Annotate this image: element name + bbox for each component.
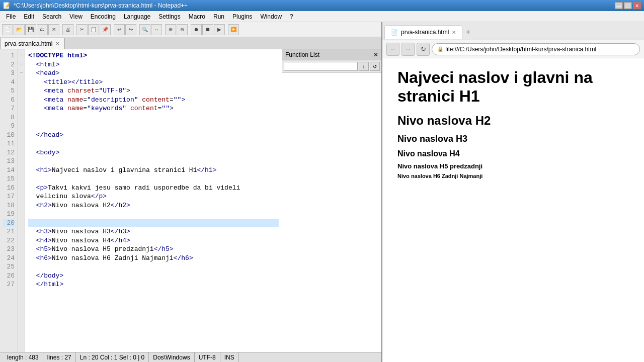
editor-tab-bar: prva-stranica.html ✕ [0, 37, 381, 49]
replace-btn[interactable]: ↔ [151, 24, 162, 35]
window-controls: — □ ✕ [615, 2, 641, 9]
undo-btn[interactable]: ↩ [114, 24, 125, 35]
open-btn[interactable]: 📂 [14, 24, 25, 35]
menu-bar: File Edit Search View Encoding Language … [0, 11, 644, 22]
secure-icon: 🔒 [437, 46, 443, 52]
menu-encoding[interactable]: Encoding [87, 12, 120, 21]
function-list-body [282, 73, 381, 352]
menu-view[interactable]: View [65, 12, 87, 21]
status-length: length : 483 [3, 352, 43, 362]
paste-btn[interactable]: 📌 [100, 24, 111, 35]
main-area: 📄 📂 💾 🗂 ✕ 🖨 ✂ 📋 📌 ↩ ↪ 🔍 ↔ ⊕ ⊖ ⏺ ⏹ ▶ [0, 22, 644, 362]
find-btn[interactable]: 🔍 [139, 24, 150, 35]
back-button[interactable]: ← [386, 43, 399, 56]
zoom-in-btn[interactable]: ⊕ [165, 24, 176, 35]
menu-run[interactable]: Run [209, 12, 228, 21]
line-numbers: 1234567891011121314151617181920212223242… [0, 49, 18, 352]
browser-tab-title: prva-stranica.html [401, 29, 449, 36]
function-refresh-btn[interactable]: ↺ [370, 62, 380, 71]
menu-search[interactable]: Search [38, 12, 65, 21]
status-encoding-type: Dos\Windows [149, 352, 194, 362]
minimize-button[interactable]: — [615, 2, 623, 9]
print-btn[interactable]: 🖨 [62, 24, 73, 35]
function-list-title: Function List [285, 51, 319, 58]
status-bar: length : 483 lines : 27 Ln : 20 Col : 1 … [0, 352, 381, 362]
status-mode: INS [220, 352, 239, 362]
function-list-toolbar: ↕ ↺ [282, 60, 381, 73]
window-title: *C:\Users\john\Desktop\html-kurs\prva-st… [14, 2, 188, 9]
macro-record-btn[interactable]: ⏺ [191, 24, 202, 35]
browser-nav: ← → ↻ 🔒 file:///C:/Users/john/Desktop/ht… [382, 40, 644, 58]
toolbar: 📄 📂 💾 🗂 ✕ 🖨 ✂ 📋 📌 ↩ ↪ 🔍 ↔ ⊕ ⊖ ⏺ ⏹ ▶ [0, 22, 381, 37]
browser-pane: 📄 prva-stranica.html ✕ + ← → ↻ 🔒 file://… [382, 22, 644, 362]
browser-tab-active[interactable]: 📄 prva-stranica.html ✕ [384, 25, 462, 39]
copy-btn[interactable]: 📋 [88, 24, 99, 35]
forward-button[interactable]: → [401, 43, 415, 56]
app-icon: 📝 [3, 2, 11, 9]
tab-label: prva-stranica.html [5, 40, 52, 47]
cut-btn[interactable]: ✂ [76, 24, 88, 35]
zoom-out-btn[interactable]: ⊖ [177, 24, 188, 35]
redo-btn[interactable]: ↪ [125, 24, 136, 35]
browser-content: Najveci naslov i glavni na stranici H1 N… [382, 58, 644, 362]
browser-h2: Nivo naslova H2 [397, 114, 629, 128]
close-window-button[interactable]: ✕ [633, 2, 641, 9]
menu-window[interactable]: Window [256, 12, 286, 21]
refresh-button[interactable]: ↻ [417, 43, 430, 56]
browser-tab-icon: 📄 [391, 29, 398, 36]
browser-h3: Nivo naslova H3 [397, 134, 629, 144]
browser-h1: Najveci naslov i glavni na stranici H1 [397, 68, 629, 106]
status-position: Ln : 20 Col : 1 Sel : 0 | 0 [76, 352, 149, 362]
browser-h6: Nivo naslova H6 Zadnji Najmanji [397, 173, 629, 179]
run-btn[interactable]: ▶️ [228, 24, 239, 35]
save-btn[interactable]: 💾 [25, 24, 36, 35]
save-all-btn[interactable]: 🗂 [37, 24, 48, 35]
address-text: file:///C:/Users/john/Desktop/html-kurs/… [445, 46, 596, 53]
menu-help[interactable]: ? [286, 12, 297, 21]
menu-macro[interactable]: Macro [185, 12, 209, 21]
tab-close-btn[interactable]: ✕ [55, 41, 59, 46]
function-list-close[interactable]: ✕ [373, 51, 378, 58]
macro-stop-btn[interactable]: ⏹ [202, 24, 213, 35]
function-sort-btn[interactable]: ↕ [359, 62, 369, 71]
menu-language[interactable]: Language [120, 12, 154, 21]
function-list-header: Function List ✕ [282, 49, 381, 60]
fold-column: −−− [18, 49, 25, 352]
function-search-input[interactable] [284, 62, 358, 71]
new-tab-button[interactable]: + [462, 27, 473, 38]
new-btn[interactable]: 📄 [2, 24, 13, 35]
menu-plugins[interactable]: Plugins [228, 12, 256, 21]
browser-h4: Nivo naslova H4 [397, 149, 629, 158]
browser-tab-close-btn[interactable]: ✕ [452, 30, 456, 35]
editor-content[interactable]: <!DOCTYPE html> <html> <head> <title></t… [25, 49, 282, 352]
notepad-pane: 📄 📂 💾 🗂 ✕ 🖨 ✂ 📋 📌 ↩ ↪ 🔍 ↔ ⊕ ⊖ ⏺ ⏹ ▶ [0, 22, 382, 362]
editor-tab-active[interactable]: prva-stranica.html ✕ [0, 38, 65, 49]
editor-area[interactable]: 1234567891011121314151617181920212223242… [0, 49, 282, 352]
macro-play-btn[interactable]: ▶ [214, 24, 225, 35]
browser-h5: Nivo naslova H5 predzadnji [397, 162, 629, 170]
menu-file[interactable]: File [2, 12, 20, 21]
status-charset: UTF-8 [195, 352, 220, 362]
status-lines: lines : 27 [43, 352, 76, 362]
browser-tab-bar: 📄 prva-stranica.html ✕ + [382, 22, 644, 40]
function-list-panel: Function List ✕ ↕ ↺ [282, 49, 381, 352]
address-bar[interactable]: 🔒 file:///C:/Users/john/Desktop/html-kur… [432, 43, 640, 55]
maximize-button[interactable]: □ [624, 2, 632, 9]
title-bar: 📝 *C:\Users\john\Desktop\html-kurs\prva-… [0, 0, 644, 11]
menu-edit[interactable]: Edit [20, 12, 38, 21]
menu-settings[interactable]: Settings [154, 12, 184, 21]
close-btn[interactable]: ✕ [48, 24, 59, 35]
